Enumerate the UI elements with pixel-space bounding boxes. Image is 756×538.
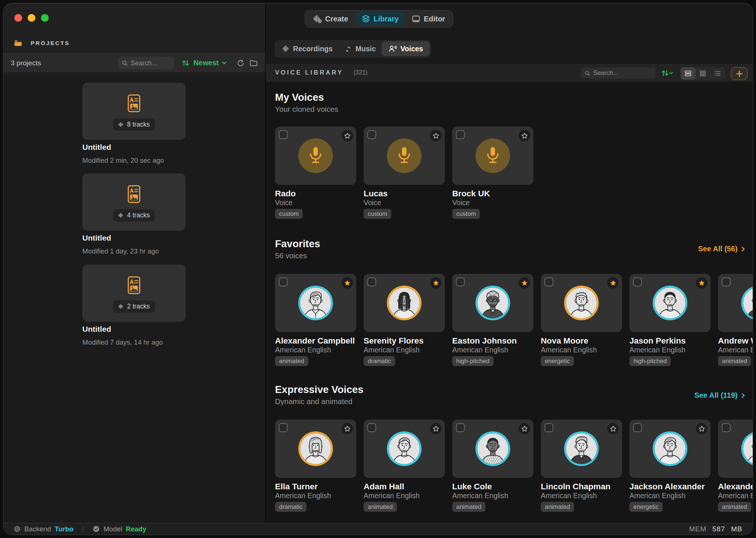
voice-search[interactable] [581,68,656,79]
media-tab-music[interactable]: Music [339,41,382,56]
mem-unit: MB [731,525,743,533]
voice-checkbox[interactable] [279,130,288,139]
voice-checkbox[interactable] [722,277,731,286]
see-all-link[interactable]: See All (119) [694,391,746,400]
project-tracks-label: 8 tracks [127,121,150,128]
voice-card[interactable] [275,127,356,185]
voice-tag: animated [452,502,485,512]
voice-library-header: VOICE LIBRARY (321) [266,63,753,82]
voice-card[interactable] [275,274,356,332]
projects-count: 3 projects [11,59,41,67]
project-item[interactable]: 2 tracks Untitled Modified 7 days, 14 hr… [82,265,186,346]
favorite-star-button[interactable] [341,130,353,141]
projects-search-input[interactable] [131,59,171,67]
voice-card[interactable] [541,274,622,332]
voice-checkbox[interactable] [722,423,731,432]
voice-checkbox[interactable] [367,277,376,286]
project-card[interactable]: 4 tracks [82,173,186,231]
voice-checkbox[interactable] [456,423,465,432]
sort-arrows-icon [661,69,674,77]
favorite-star-button[interactable] [430,423,441,434]
voice-card[interactable] [452,420,533,478]
voice-card[interactable] [364,127,445,185]
project-card[interactable]: 2 tracks [82,265,186,322]
voice-card[interactable] [541,420,622,478]
voice-checkbox[interactable] [633,277,642,286]
view-toggle-group [681,67,725,80]
view-list-button[interactable] [710,67,725,80]
project-title: Untitled [82,325,186,334]
favorite-star-button[interactable] [696,277,707,289]
voice-checkbox[interactable] [279,277,288,286]
voice-card[interactable] [364,420,445,478]
voice-checkbox[interactable] [367,423,376,432]
add-voice-button[interactable] [731,67,748,80]
voice-name: Luke Cole [452,482,533,491]
view-grid-button[interactable] [695,67,710,80]
favorite-star-button[interactable] [519,423,530,434]
see-all-label: See All (56) [698,245,738,253]
minimize-button[interactable] [28,14,35,22]
voice-checkbox[interactable] [544,277,553,286]
project-item[interactable]: 4 tracks Untitled Modified 1 day, 23 hr … [82,173,186,255]
favorite-star-button[interactable] [430,130,441,141]
voice-card[interactable] [718,420,753,478]
see-all-link[interactable]: See All (56) [698,245,746,253]
chevron-down-icon [221,60,227,66]
favorite-star-button[interactable] [430,277,441,289]
voice-checkbox[interactable] [544,423,553,432]
waveform-icon [118,213,124,218]
voice-card[interactable] [629,420,711,478]
section-subtitle: Your cloned voices [275,105,338,114]
project-item[interactable]: 8 tracks Untitled Modified 2 min, 20 sec… [82,83,186,165]
section-subtitle: 56 voices [275,251,307,260]
favorite-star-button[interactable] [519,130,530,141]
project-tracks-label: 4 tracks [127,211,150,219]
voice-name: Serenity Flores [364,337,445,345]
voice-card[interactable] [275,420,356,478]
favorite-star-button[interactable] [696,423,707,434]
traffic-lights [14,14,49,22]
media-tab-voices[interactable]: Voices [382,41,430,56]
voice-item: Nova Moore American English energetic [541,274,622,366]
media-tab-recordings[interactable]: Recordings [276,41,339,56]
voice-checkbox[interactable] [633,423,642,432]
favorite-star-button[interactable] [607,277,619,289]
check-circle-icon [93,525,100,532]
open-folder-button[interactable] [249,54,258,72]
voice-tag: high-pitched [629,356,671,366]
view-rows-button[interactable] [681,67,695,80]
projects-search[interactable] [118,57,174,69]
sort-newest-label: Newest [193,59,219,67]
voice-tag: custom [452,209,480,219]
voice-checkbox[interactable] [279,423,288,432]
voice-avatar [298,431,333,466]
close-button[interactable] [14,14,22,22]
favorite-star-button[interactable] [607,423,619,434]
nav-tab-library[interactable]: Library [356,12,404,26]
favorite-star-button[interactable] [341,277,353,289]
voice-card[interactable] [452,127,533,185]
voice-card[interactable] [629,274,711,332]
nav-tab-label: Library [374,15,399,23]
voice-card[interactable] [452,274,533,332]
star-filled-icon [610,280,616,286]
voice-checkbox[interactable] [456,130,465,139]
project-card[interactable]: 8 tracks [82,83,186,140]
project-list: 8 tracks Untitled Modified 2 min, 20 sec… [3,73,265,523]
project-tracks-label: 2 tracks [127,303,150,310]
zoom-button[interactable] [41,14,49,22]
voice-search-input[interactable] [593,69,652,77]
voice-checkbox[interactable] [456,277,465,286]
voice-sort-button[interactable] [660,66,675,80]
voice-checkbox[interactable] [367,130,376,139]
favorite-star-button[interactable] [341,423,353,434]
voice-language: American English [629,492,711,500]
favorite-star-button[interactable] [519,277,530,289]
voice-card[interactable] [364,274,445,332]
nav-tab-create[interactable]: Create [305,10,356,27]
refresh-button[interactable] [237,54,245,72]
nav-tab-editor[interactable]: Editor [404,10,453,27]
voice-card[interactable] [718,274,753,332]
sort-newest-button[interactable]: Newest [182,54,227,72]
